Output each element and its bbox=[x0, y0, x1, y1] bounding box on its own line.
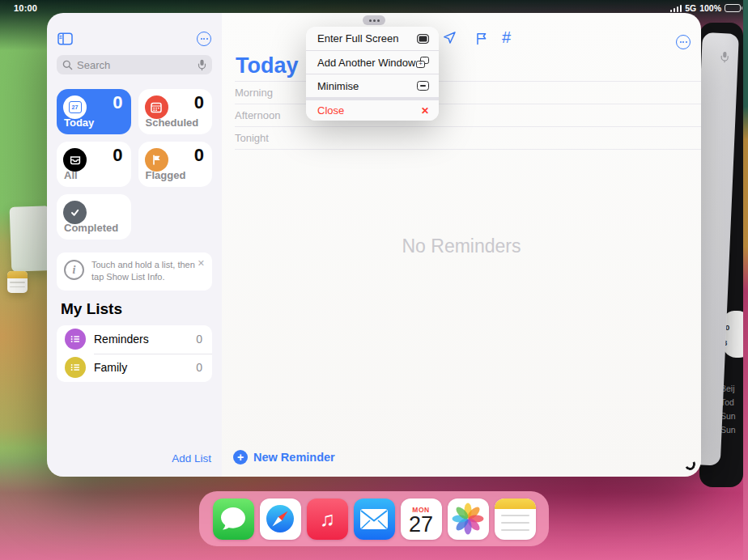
signal-strength-icon bbox=[670, 5, 682, 12]
list-bullet-icon bbox=[65, 329, 86, 350]
list-item-reminders[interactable]: Reminders 0 bbox=[57, 325, 212, 354]
microphone-icon bbox=[720, 51, 729, 63]
tip-text: Touch and hold a list, then tap Show Lis… bbox=[91, 259, 205, 284]
sidebar-more-button[interactable] bbox=[197, 32, 211, 46]
notes-topbar bbox=[495, 498, 536, 509]
today-count: 0 bbox=[113, 92, 122, 113]
list-label: Family bbox=[94, 361, 188, 374]
smart-list-completed[interactable]: Completed bbox=[57, 194, 131, 240]
list-item-family[interactable]: Family 0 bbox=[57, 354, 212, 382]
calendar-day: 27 bbox=[409, 514, 433, 536]
dock: ♫ MON 27 bbox=[199, 491, 549, 546]
scheduled-count: 0 bbox=[194, 92, 204, 113]
search-placeholder: Search bbox=[77, 59, 193, 71]
plus-icon: + bbox=[233, 450, 248, 465]
my-lists-header: My Lists bbox=[61, 300, 222, 318]
reminders-sidebar: Search 27 0 Today bbox=[47, 13, 222, 477]
wallpaper-panel-shape bbox=[10, 206, 52, 272]
list-bullet-icon bbox=[65, 357, 86, 378]
smart-list-all[interactable]: 0 All bbox=[57, 142, 131, 187]
tag-hash-icon[interactable]: # bbox=[502, 28, 511, 47]
completed-check-icon bbox=[63, 201, 87, 224]
photos-flower-icon bbox=[452, 503, 484, 535]
time-sections: Morning Afternoon Tonight bbox=[235, 81, 701, 150]
section-morning: Morning bbox=[235, 81, 701, 104]
new-reminder-label: New Reminder bbox=[253, 451, 335, 464]
section-tonight: Tonight bbox=[235, 126, 701, 149]
wallpaper-notes-line bbox=[10, 286, 25, 288]
status-time: 10:00 bbox=[14, 3, 37, 13]
dock-icon-safari[interactable] bbox=[260, 498, 301, 540]
search-icon bbox=[62, 60, 73, 70]
messages-icon bbox=[219, 505, 248, 532]
status-indicators: 5G 100% bbox=[670, 3, 742, 13]
dock-icon-messages[interactable] bbox=[213, 498, 254, 540]
dock-icon-notes[interactable] bbox=[495, 498, 536, 540]
my-lists-group: Reminders 0 Family 0 bbox=[57, 325, 212, 382]
dock-icon-music[interactable]: ♫ bbox=[307, 498, 348, 540]
notes-line bbox=[501, 522, 529, 524]
section-afternoon: Afternoon bbox=[235, 104, 701, 126]
enter-full-screen-icon bbox=[417, 34, 429, 44]
weather-text-fragment: Sun bbox=[720, 411, 736, 421]
close-x-icon: ✕ bbox=[421, 105, 429, 117]
list-count: 0 bbox=[196, 333, 202, 346]
scheduled-calendar-icon bbox=[145, 95, 168, 119]
ipad-screen: 1 0 8 7 Beij Tod Sun Sun bbox=[0, 0, 748, 560]
info-icon: i bbox=[64, 260, 84, 280]
smart-list-scheduled[interactable]: 0 Scheduled bbox=[138, 89, 213, 134]
safari-icon bbox=[264, 503, 296, 535]
add-window-icon: + bbox=[416, 57, 429, 68]
reminders-main-pane: Today # Morning Afternoon Tonight No Rem… bbox=[222, 13, 701, 477]
dock-icon-photos[interactable] bbox=[448, 498, 489, 540]
list-separator bbox=[94, 354, 212, 354]
mail-envelope-icon bbox=[359, 508, 389, 530]
flagged-label: Flagged bbox=[146, 169, 186, 181]
weather-text-fragment: Sun bbox=[720, 425, 736, 435]
smart-list-today[interactable]: 27 0 Today bbox=[57, 89, 131, 134]
smart-list-flagged[interactable]: 0 Flagged bbox=[138, 142, 213, 187]
notes-line bbox=[501, 529, 529, 531]
all-label: All bbox=[64, 169, 78, 181]
list-count: 0 bbox=[196, 361, 202, 374]
flag-toolbar-icon[interactable] bbox=[474, 32, 489, 46]
menu-item-enter-full-screen[interactable]: Enter Full Screen bbox=[306, 27, 439, 50]
today-label: Today bbox=[64, 117, 94, 129]
battery-icon bbox=[725, 4, 742, 12]
more-options-button[interactable] bbox=[676, 35, 691, 49]
window-controls-menu: Enter Full Screen Add Another Window + M… bbox=[306, 27, 439, 121]
section-divider bbox=[235, 149, 701, 150]
show-list-info-tip: i Touch and hold a list, then tap Show L… bbox=[57, 252, 212, 291]
scheduled-label: Scheduled bbox=[146, 117, 199, 129]
battery-percent: 100% bbox=[699, 3, 721, 13]
notes-line bbox=[501, 515, 529, 516]
search-field[interactable]: Search bbox=[57, 55, 212, 74]
all-count: 0 bbox=[113, 145, 122, 166]
dictation-mic-icon[interactable] bbox=[198, 59, 206, 71]
network-type: 5G bbox=[685, 3, 696, 13]
new-reminder-button[interactable]: + New Reminder bbox=[233, 450, 335, 465]
page-title: Today bbox=[236, 53, 299, 78]
tip-close-icon[interactable]: ✕ bbox=[198, 259, 205, 268]
dock-icon-calendar[interactable]: MON 27 bbox=[401, 498, 442, 540]
add-list-button[interactable]: Add List bbox=[172, 452, 211, 465]
share-location-icon[interactable] bbox=[441, 30, 457, 46]
menu-item-minimise[interactable]: Minimise bbox=[306, 74, 439, 97]
flagged-count: 0 bbox=[194, 145, 204, 166]
list-label: Reminders bbox=[94, 333, 188, 346]
toggle-sidebar-icon[interactable] bbox=[57, 32, 73, 45]
completed-label: Completed bbox=[64, 222, 118, 234]
music-note-icon: ♫ bbox=[320, 507, 335, 531]
all-tray-icon bbox=[63, 148, 87, 172]
menu-item-close[interactable]: Close ✕ bbox=[306, 97, 439, 121]
empty-state-text: No Reminders bbox=[222, 235, 701, 257]
today-calendar-icon: 27 bbox=[63, 95, 87, 119]
wallpaper-notes-topbar bbox=[7, 271, 28, 278]
menu-item-add-another-window[interactable]: Add Another Window + bbox=[306, 50, 439, 74]
dock-icon-mail[interactable] bbox=[354, 498, 395, 540]
wallpaper-right-sliver bbox=[743, 0, 748, 560]
flagged-flag-icon bbox=[145, 148, 168, 172]
window-controls-handle[interactable] bbox=[363, 15, 385, 25]
wallpaper-notes-object bbox=[7, 271, 28, 293]
wallpaper-notes-line bbox=[10, 282, 25, 283]
